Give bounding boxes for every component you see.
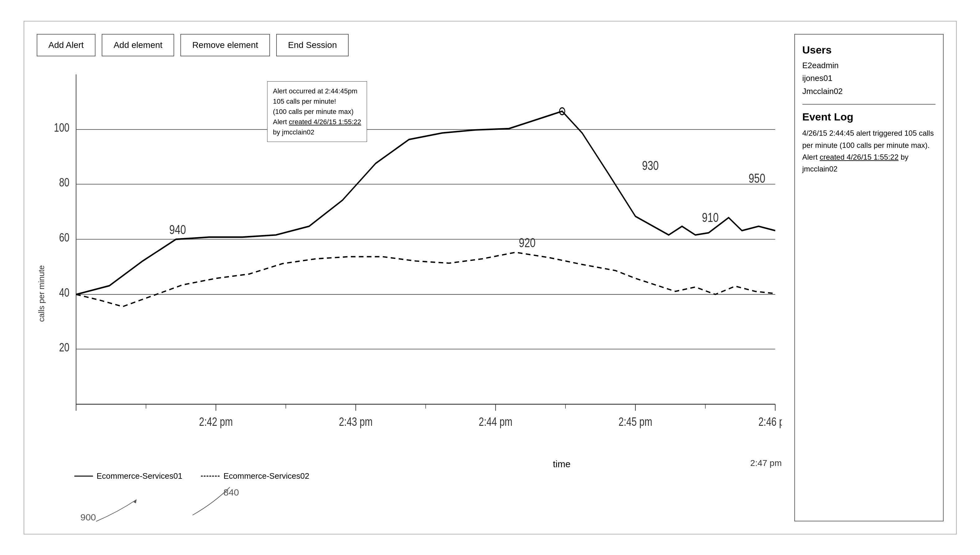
legend-solid-label: Ecommerce-Services01: [97, 471, 182, 481]
svg-text:950: 950: [748, 171, 765, 186]
svg-text:910: 910: [702, 210, 719, 225]
add-element-button[interactable]: Add element: [102, 34, 174, 56]
legend-solid: Ecommerce-Services01: [74, 471, 182, 481]
chart-svg: 20 40 60 80 100: [50, 66, 782, 456]
user-item-1: E2eadmin: [803, 59, 935, 72]
divider: [803, 104, 935, 104]
solid-line-icon: [74, 476, 93, 476]
main-container: Add Alert Add element Remove element End…: [24, 21, 957, 534]
tooltip-line1: Alert occurred at 2:44:45pm: [273, 86, 361, 96]
svg-text:2:45 pm: 2:45 pm: [618, 415, 652, 428]
end-session-button[interactable]: End Session: [276, 34, 349, 56]
user-list: E2eadmin ijones01 Jmcclain02: [803, 59, 935, 98]
svg-text:2:46 pm: 2:46 pm: [758, 415, 782, 428]
right-panel: Users E2eadmin ijones01 Jmcclain02 Event…: [795, 34, 943, 521]
svg-text:930: 930: [642, 158, 659, 172]
legend-dashed-label: Ecommerce-Services02: [223, 471, 309, 481]
svg-text:60: 60: [59, 230, 69, 244]
remove-element-button[interactable]: Remove element: [181, 34, 270, 56]
event-link-text: created 4/26/15 1:55:22: [820, 153, 899, 161]
users-title: Users: [803, 44, 935, 56]
svg-text:920: 920: [519, 235, 536, 250]
x-tick-2:47pm: 2:47 pm: [750, 458, 782, 468]
chart-container: 20 40 60 80 100: [50, 66, 782, 521]
event-log-link[interactable]: created 4/26/15 1:55:22: [820, 153, 899, 161]
svg-text:2:43 pm: 2:43 pm: [339, 415, 372, 428]
add-alert-button[interactable]: Add Alert: [37, 34, 96, 56]
svg-text:940: 940: [169, 222, 186, 237]
svg-text:20: 20: [59, 340, 69, 354]
tooltip-line2: 105 calls per minute!: [273, 96, 361, 106]
tooltip-line3: (100 calls per minute max): [273, 106, 361, 117]
y-axis-label: calls per minute: [37, 66, 46, 521]
chart-area: calls per minute: [37, 66, 782, 521]
svg-text:40: 40: [59, 285, 69, 299]
toolbar: Add Alert Add element Remove element End…: [37, 34, 782, 56]
svg-text:2:44 pm: 2:44 pm: [479, 415, 512, 428]
svg-text:100: 100: [54, 120, 69, 134]
dashed-line-icon: [201, 476, 219, 476]
legend-dashed: Ecommerce-Services02: [201, 471, 309, 481]
svg-text:2:42 pm: 2:42 pm: [199, 415, 233, 428]
tooltip-link[interactable]: created 4/26/15 1:55:22: [289, 118, 361, 126]
left-panel: Add Alert Add element Remove element End…: [37, 34, 782, 521]
svg-text:80: 80: [59, 175, 69, 189]
ref-labels-area: 840 900: [74, 484, 782, 521]
event-log-title: Event Log: [803, 111, 935, 123]
event-log-text: 4/26/15 2:44:45 alert triggered 105 call…: [803, 127, 935, 175]
alert-tooltip: Alert occurred at 2:44:45pm 105 calls pe…: [267, 81, 367, 142]
tooltip-line4: Alert created 4/26/15 1:55:22: [273, 117, 361, 127]
legend: Ecommerce-Services01 Ecommerce-Services0…: [74, 471, 782, 481]
tooltip-line5: by jmcclain02: [273, 127, 361, 137]
user-item-2: ijones01: [803, 72, 935, 85]
user-item-3: Jmcclain02: [803, 85, 935, 98]
